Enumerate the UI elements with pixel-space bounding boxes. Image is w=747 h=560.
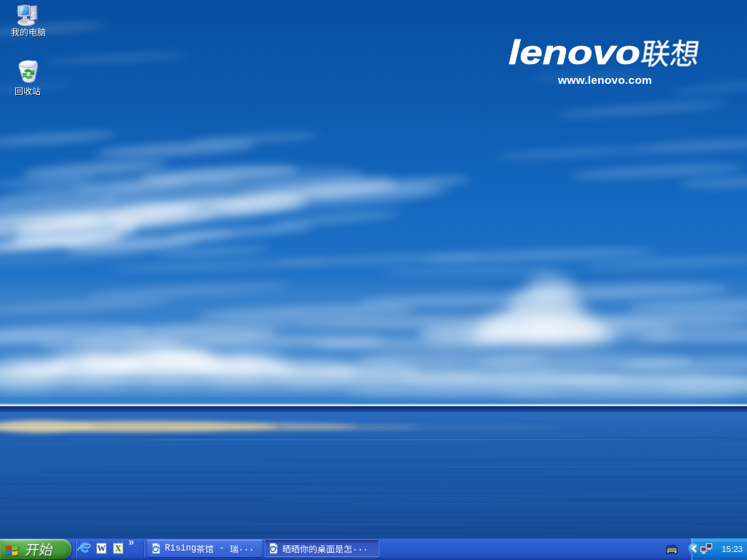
svg-text:X: X xyxy=(115,544,122,553)
svg-text:W: W xyxy=(97,544,106,553)
